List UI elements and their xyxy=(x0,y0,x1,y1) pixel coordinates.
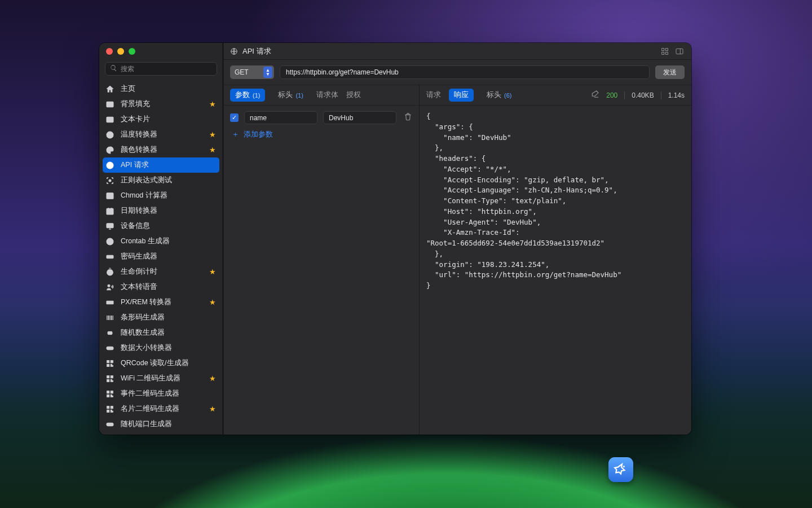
panel-toolbar-button[interactable] xyxy=(674,46,685,56)
star-icon: ★ xyxy=(209,100,216,108)
sidebar-item-13[interactable]: 文本转语音 xyxy=(99,279,223,295)
delete-param-button[interactable] xyxy=(404,112,412,123)
sidebar-item-17[interactable]: 数据大小转换器 xyxy=(99,340,223,356)
sidebar-item-label: 温度转换器 xyxy=(121,130,204,139)
response-tabs: 请求 响应 标头 (6) 200 0.40KB xyxy=(420,85,691,106)
svg-point-18 xyxy=(108,284,110,287)
sidebar-item-label: QRCode 读取/生成器 xyxy=(121,358,216,368)
sidebar-item-label: 设备信息 xyxy=(121,221,216,231)
clock-icon xyxy=(105,237,115,247)
sidebar-item-12[interactable]: 生命倒计时★ xyxy=(99,264,223,279)
svg-rect-22 xyxy=(107,360,109,362)
card-icon xyxy=(105,115,115,125)
sidebar-item-label: 文本卡片 xyxy=(121,115,216,124)
titlebar: API 请求 xyxy=(223,43,691,60)
sidebar-item-label: 主页 xyxy=(121,84,216,94)
tab-headers[interactable]: 标头 (1) xyxy=(273,89,308,102)
star-icon: ★ xyxy=(209,374,216,383)
image-icon xyxy=(105,99,115,110)
sidebar-item-7[interactable]: Chmod 计算器 xyxy=(99,188,223,203)
svg-point-15 xyxy=(109,256,110,257)
sidebar-item-14[interactable]: PX/REM 转换器★ xyxy=(99,295,223,310)
sidebar-item-20[interactable]: 事件二维码生成器 xyxy=(99,386,223,401)
tab-response-headers[interactable]: 标头 (6) xyxy=(482,89,517,102)
tab-params-count: (1) xyxy=(253,92,260,99)
param-value-input[interactable] xyxy=(323,111,396,124)
tab-response[interactable]: 响应 xyxy=(449,89,474,102)
svg-rect-24 xyxy=(107,364,109,366)
minimize-button[interactable] xyxy=(117,48,124,55)
sidebar-item-6[interactable]: 正则表达式测试 xyxy=(99,173,223,188)
sidebar-item-10[interactable]: Crontab 生成器 xyxy=(99,234,223,249)
url-input[interactable] xyxy=(286,68,643,76)
tab-auth[interactable]: 授权 xyxy=(346,90,361,100)
sidebar-item-0[interactable]: 主页 xyxy=(99,81,223,97)
sidebar-item-23[interactable]: RSA 密钥生成器 xyxy=(99,432,223,435)
sidebar-item-3[interactable]: 温度转换器★ xyxy=(99,127,223,142)
close-button[interactable] xyxy=(106,48,113,55)
key-icon xyxy=(105,435,115,435)
sidebar-item-label: API 请求 xyxy=(121,160,213,170)
grid-toolbar-button[interactable] xyxy=(660,46,670,56)
http-method-select[interactable]: GET ▲▼ xyxy=(230,65,274,79)
barcode-icon xyxy=(105,313,115,323)
sidebar-nav: 主页背景填充★文本卡片温度转换器★颜色转换器★API 请求正则表达式测试Chmo… xyxy=(99,80,223,435)
sidebar-item-label: 随机端口生成器 xyxy=(121,419,216,429)
sidebar-item-label: WiFi 二维码生成器 xyxy=(121,374,204,383)
tab-raw-request[interactable]: 请求 xyxy=(426,90,441,100)
search-field[interactable] xyxy=(105,62,217,76)
sidebar-item-15[interactable]: 条形码生成器 xyxy=(99,310,223,325)
svg-rect-41 xyxy=(665,52,668,54)
tab-headers-count: (1) xyxy=(295,92,303,99)
param-key-input[interactable] xyxy=(244,111,317,124)
sidebar-item-11[interactable]: 密码生成器 xyxy=(99,249,223,264)
svg-point-8 xyxy=(109,179,111,182)
sidebar-item-8[interactable]: 日期转换器 xyxy=(99,203,223,218)
star-icon: ★ xyxy=(209,130,216,139)
qr-icon xyxy=(105,374,115,384)
svg-rect-33 xyxy=(107,410,109,412)
sidebar-item-22[interactable]: 随机端口生成器 xyxy=(99,417,223,432)
param-enabled-checkbox[interactable]: ✓ xyxy=(230,113,239,122)
url-input-wrap[interactable] xyxy=(280,65,650,79)
clear-response-button[interactable] xyxy=(590,90,599,100)
search-input[interactable] xyxy=(121,65,212,73)
param-value-field[interactable] xyxy=(329,114,391,122)
sidebar-item-5[interactable]: API 请求 xyxy=(103,157,219,173)
sidebar-item-4[interactable]: 颜色转换器★ xyxy=(99,142,223,157)
response-stats: 200 0.40KB 1.14s xyxy=(590,90,685,100)
svg-rect-40 xyxy=(662,52,664,54)
svg-rect-29 xyxy=(111,391,113,393)
sidebar-item-label: PX/REM 转换器 xyxy=(121,297,204,307)
svg-rect-31 xyxy=(107,406,109,408)
svg-rect-42 xyxy=(676,49,683,54)
sidebar-item-9[interactable]: 设备信息 xyxy=(99,218,223,234)
dock-app-icon[interactable] xyxy=(608,457,633,482)
sidebar-item-2[interactable]: 文本卡片 xyxy=(99,112,223,127)
sidebar-item-18[interactable]: QRCode 读取/生成器 xyxy=(99,356,223,371)
svg-rect-30 xyxy=(107,395,109,397)
response-pane: 请求 响应 标头 (6) 200 0.40KB xyxy=(420,85,691,435)
sidebar-item-19[interactable]: WiFi 二维码生成器★ xyxy=(99,371,223,386)
sidebar-item-label: Chmod 计算器 xyxy=(121,191,216,200)
svg-point-4 xyxy=(108,149,109,150)
param-key-field[interactable] xyxy=(250,114,312,122)
tab-params-label: 参数 xyxy=(235,90,250,100)
send-button[interactable]: 发送 xyxy=(655,65,685,79)
maximize-button[interactable] xyxy=(129,48,135,55)
svg-rect-11 xyxy=(107,223,113,227)
sidebar-item-21[interactable]: 名片二维码生成器★ xyxy=(99,401,223,417)
sidebar-item-16[interactable]: 随机数生成器 xyxy=(99,325,223,340)
home-icon xyxy=(105,84,115,94)
add-param-button[interactable]: ＋ 添加参数 xyxy=(230,130,412,139)
sidebar-item-1[interactable]: 背景填充★ xyxy=(99,97,223,112)
svg-point-35 xyxy=(112,424,112,424)
sidebar-item-label: 日期转换器 xyxy=(121,206,216,216)
svg-rect-9 xyxy=(107,192,113,199)
tab-body[interactable]: 请求体 xyxy=(316,90,338,100)
add-param-label: 添加参数 xyxy=(244,130,273,139)
tab-params[interactable]: 参数 (1) xyxy=(230,89,265,102)
calendar-icon xyxy=(105,206,115,216)
qr-icon xyxy=(105,389,115,399)
tab-headers-label: 标头 xyxy=(278,90,293,100)
